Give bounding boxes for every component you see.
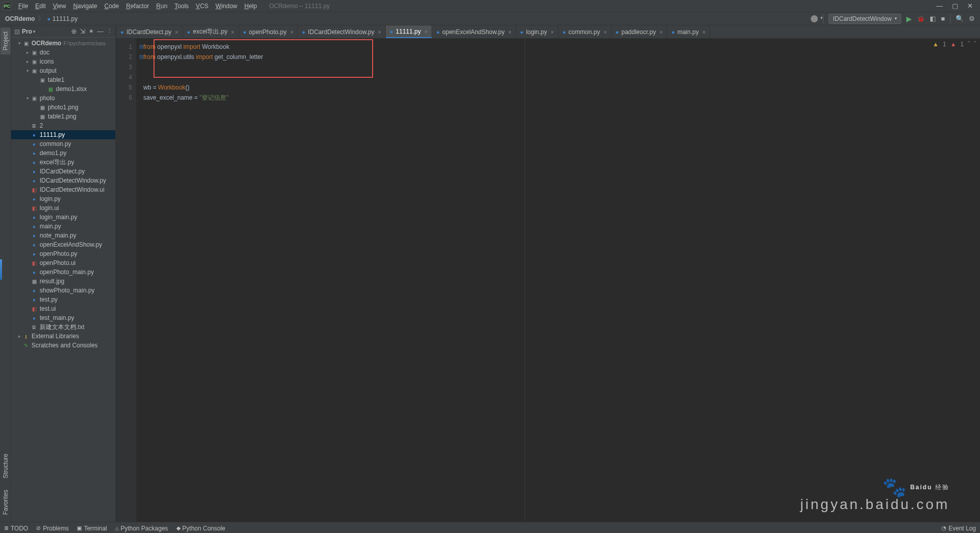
project-toolwindow-tab[interactable]: Project	[1, 27, 11, 54]
debug-icon[interactable]: 🐞	[917, 15, 925, 22]
search-icon[interactable]: 🔍	[956, 15, 964, 22]
user-icon[interactable]	[811, 15, 818, 22]
stop-icon[interactable]: ■	[941, 15, 945, 22]
tree-item[interactable]: ▦demo1.xlsx	[11, 84, 115, 94]
close-tab-icon[interactable]: ×	[550, 29, 554, 35]
editor-tab[interactable]: ●11111.py×	[386, 25, 432, 38]
problems-tool[interactable]: ⊘Problems	[36, 525, 69, 532]
menu-file[interactable]: File	[15, 2, 31, 11]
tree-item[interactable]: ●common.py	[11, 139, 115, 149]
menu-window[interactable]: Window	[212, 2, 240, 11]
menu-view[interactable]: View	[50, 2, 69, 11]
tree-item[interactable]: ●showPhoto_main.py	[11, 286, 115, 295]
menu-navigate[interactable]: Navigate	[70, 2, 100, 11]
tree-item[interactable]: ●note_main.py	[11, 231, 115, 240]
tree-item[interactable]: ▣table1	[11, 75, 115, 84]
editor-tab[interactable]: ●common.py×	[559, 25, 611, 38]
inspection-widget[interactable]: ▲1 ▲1 ˆ ˇ	[933, 41, 976, 48]
run-config-combo[interactable]: IDCardDetectWindow	[829, 14, 901, 24]
close-tab-icon[interactable]: ×	[508, 29, 511, 35]
close-tab-icon[interactable]: ×	[603, 29, 606, 35]
editor-tab[interactable]: ●login.py×	[516, 25, 558, 38]
tree-item[interactable]: ●login_main.py	[11, 213, 115, 222]
close-button[interactable]: ✕	[967, 2, 973, 10]
menu-tools[interactable]: Tools	[171, 2, 192, 11]
tree-item[interactable]: ▾▣output	[11, 66, 115, 75]
editor-tab[interactable]: ●openPhoto.py×	[239, 25, 298, 38]
tree-item[interactable]: ●openPhoto_main.py	[11, 268, 115, 277]
menu-help[interactable]: Help	[241, 2, 260, 11]
tree-item[interactable]: ✎Scratches and Consoles	[11, 341, 115, 350]
tree-item[interactable]: ●test.py	[11, 295, 115, 304]
tree-item[interactable]: ◧IDCardDetectWindow.ui	[11, 185, 115, 194]
inspection-down-icon[interactable]: ˇ	[974, 41, 976, 48]
tree-item[interactable]: ▾▣OCRdemoF:\pycharm\class	[11, 39, 115, 48]
tree-item[interactable]: 🗎新建文本文档.txt	[11, 322, 115, 332]
project-dropdown-icon[interactable]: ▾	[33, 29, 36, 34]
locate-icon[interactable]: ⊕	[71, 27, 77, 35]
tree-item[interactable]: ▦table1.png	[11, 112, 115, 121]
tree-item[interactable]: ◧login.ui	[11, 203, 115, 213]
favorites-toolwindow-tab[interactable]: Favorites	[1, 486, 11, 519]
inspection-up-icon[interactable]: ˆ	[968, 41, 970, 48]
tree-item[interactable]: ●main.py	[11, 222, 115, 231]
close-tab-icon[interactable]: ×	[660, 29, 663, 35]
project-header-title[interactable]: Pro	[22, 28, 32, 35]
gear-icon[interactable]: ⋮	[107, 27, 112, 35]
tree-item[interactable]: ◧openPhoto.ui	[11, 258, 115, 268]
editor-tab[interactable]: ●main.py×	[667, 25, 710, 38]
tree-item[interactable]: ●excel导出.py	[11, 158, 115, 167]
menu-vcs[interactable]: VCS	[193, 2, 211, 11]
tree-item[interactable]: ●openExcelAndShow.py	[11, 240, 115, 249]
close-tab-icon[interactable]: ×	[378, 29, 381, 35]
structure-toolwindow-tab[interactable]: Structure	[1, 450, 11, 483]
breadcrumb-file[interactable]: ● 11111.py	[47, 15, 78, 22]
editor-tab[interactable]: ●paddleocr.py×	[611, 25, 667, 38]
tree-item[interactable]: ●demo1.py	[11, 149, 115, 158]
close-tab-icon[interactable]: ×	[702, 29, 706, 35]
tree-item[interactable]: ●IDCardDetect.py	[11, 167, 115, 176]
tree-item[interactable]: ◧test.ui	[11, 304, 115, 313]
tree-item[interactable]: ●test_main.py	[11, 313, 115, 322]
maximize-button[interactable]: ▢	[952, 2, 958, 10]
expand-all-icon[interactable]: ⇲	[80, 27, 85, 35]
project-tree[interactable]: ▾▣OCRdemoF:\pycharm\class▸▣doc▸▣icons▾▣o…	[11, 38, 115, 522]
editor-tab[interactable]: ●IDCardDetectWindow.py×	[298, 25, 386, 38]
tree-item[interactable]: 🗎2	[11, 121, 115, 130]
editor-body[interactable]: 123456 ⊟from openpyxl import Workbook ⊟f…	[116, 39, 980, 522]
run-coverage-icon[interactable]: ◧	[930, 15, 936, 22]
tree-item[interactable]: ●login.py	[11, 194, 115, 203]
editor-tab[interactable]: ●excel导出.py×	[183, 25, 239, 38]
minimize-button[interactable]: —	[936, 2, 943, 10]
tree-item[interactable]: ▦result.jpg	[11, 277, 115, 286]
run-icon[interactable]: ▶	[906, 15, 912, 23]
menu-refactor[interactable]: Refactor	[123, 2, 152, 11]
breadcrumb-project[interactable]: OCRdemo	[5, 15, 35, 22]
close-tab-icon[interactable]: ×	[175, 29, 178, 35]
tree-item[interactable]: ●IDCardDetectWindow.py	[11, 176, 115, 185]
tree-item[interactable]: ●11111.py	[11, 130, 115, 139]
tree-item[interactable]: ●openPhoto.py	[11, 249, 115, 258]
close-tab-icon[interactable]: ×	[424, 28, 427, 35]
tree-item[interactable]: ▸▣doc	[11, 48, 115, 57]
terminal-tool[interactable]: ▣Terminal	[77, 525, 107, 532]
close-tab-icon[interactable]: ×	[231, 29, 234, 35]
tree-item[interactable]: ▾▣photo	[11, 94, 115, 103]
tree-item[interactable]: ▦photo1.png	[11, 103, 115, 112]
code-content[interactable]: ⊟from openpyxl import Workbook ⊟from ope…	[136, 39, 980, 522]
editor-tab[interactable]: ●IDCardDetect.py×	[116, 25, 183, 38]
settings-gear-icon[interactable]: ⚙	[969, 15, 975, 22]
collapse-icon[interactable]: ✶	[88, 27, 94, 35]
close-tab-icon[interactable]: ×	[290, 29, 293, 35]
menu-run[interactable]: Run	[153, 2, 170, 11]
tree-item[interactable]: ▸⫿External Libraries	[11, 332, 115, 341]
hide-icon[interactable]: —	[97, 27, 104, 35]
python-packages-tool[interactable]: ⌂Python Packages	[115, 525, 168, 532]
editor-tab[interactable]: ●openExcelAndShow.py×	[432, 25, 516, 38]
menu-edit[interactable]: Edit	[32, 2, 49, 11]
event-log-tool[interactable]: ◔Event Log	[941, 525, 976, 532]
menu-code[interactable]: Code	[101, 2, 122, 11]
todo-tool[interactable]: ≣TODO	[4, 525, 28, 532]
python-console-tool[interactable]: ◆Python Console	[176, 525, 226, 532]
tree-item[interactable]: ▸▣icons	[11, 57, 115, 66]
